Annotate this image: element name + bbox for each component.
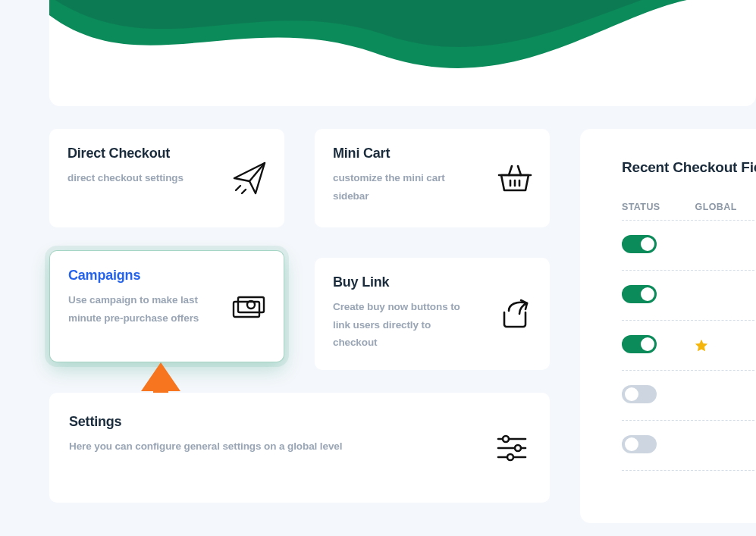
money-stack-icon (231, 288, 267, 324)
paper-plane-icon (231, 160, 268, 196)
sliders-icon (494, 430, 530, 466)
card-title: Campaigns (68, 268, 265, 284)
card-title: Mini Cart (333, 146, 532, 161)
card-desc: customize the mini cart sidebar (333, 169, 469, 205)
table-row (622, 421, 754, 471)
status-toggle[interactable] (622, 235, 657, 253)
status-toggle[interactable] (622, 285, 657, 303)
sidebar-title: Recent Checkout Fields (622, 159, 756, 176)
basket-icon (497, 160, 533, 196)
card-title: Settings (69, 414, 530, 430)
card-campaigns[interactable]: Campaigns Use campaign to make last minu… (49, 250, 284, 362)
svg-point-8 (507, 454, 513, 460)
recent-checkout-fields-panel: Recent Checkout Fields STATUS GLOBAL (580, 129, 756, 523)
card-mini-cart[interactable]: Mini Cart customize the mini cart sideba… (315, 129, 550, 227)
card-desc: Here you can configure general settings … (69, 437, 530, 456)
column-header-status: STATUS (622, 202, 660, 212)
share-icon (497, 296, 533, 332)
card-desc: Create buy now buttons to link users dir… (333, 298, 469, 352)
column-header-global: GLOBAL (695, 202, 737, 212)
hero-wave-graphic (49, 0, 756, 106)
table-row (622, 321, 754, 371)
status-toggle[interactable] (622, 385, 657, 403)
hero-banner (49, 0, 756, 106)
table-row (622, 371, 754, 421)
table-row (622, 221, 754, 271)
status-toggle[interactable] (622, 335, 657, 353)
svg-point-6 (515, 445, 521, 451)
svg-point-4 (503, 436, 509, 442)
card-settings[interactable]: Settings Here you can configure general … (49, 393, 550, 503)
card-desc: Use campaign to make last minute pre-pur… (68, 291, 205, 327)
card-desc: direct checkout settings (67, 169, 204, 187)
status-toggle[interactable] (622, 435, 657, 453)
column-headers: STATUS GLOBAL (622, 202, 754, 221)
card-title: Direct Checkout (67, 146, 266, 161)
card-title: Buy Link (333, 274, 532, 290)
table-row (622, 271, 754, 321)
card-direct-checkout[interactable]: Direct Checkout direct checkout settings (49, 129, 284, 227)
star-icon (694, 338, 709, 353)
card-buy-link[interactable]: Buy Link Create buy now buttons to link … (315, 258, 550, 370)
